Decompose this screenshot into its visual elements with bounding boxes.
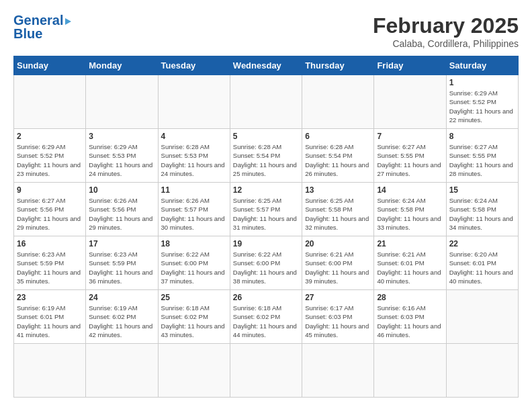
day-info: Sunrise: 6:25 AMSunset: 5:57 PMDaylight:… bbox=[233, 196, 299, 232]
table-row: 16 Sunrise: 6:23 AMSunset: 5:59 PMDaylig… bbox=[14, 236, 86, 290]
empty-cell bbox=[302, 344, 374, 398]
table-row: 8 Sunrise: 6:27 AMSunset: 5:55 PMDayligh… bbox=[446, 129, 518, 183]
day-info: Sunrise: 6:18 AMSunset: 6:02 PMDaylight:… bbox=[233, 304, 299, 339]
day-number: 14 bbox=[377, 185, 443, 195]
day-info: Sunrise: 6:27 AMSunset: 5:55 PMDaylight:… bbox=[449, 142, 515, 178]
day-number: 4 bbox=[161, 132, 227, 141]
table-row: 13 Sunrise: 6:25 AMSunset: 5:58 PMDaylig… bbox=[302, 183, 374, 236]
day-info: Sunrise: 6:22 AMSunset: 6:00 PMDaylight:… bbox=[161, 250, 227, 285]
page-title: February 2025 bbox=[373, 13, 519, 38]
day-info: Sunrise: 6:28 AMSunset: 5:54 PMDaylight:… bbox=[233, 142, 299, 178]
calendar-header-row: Sunday Monday Tuesday Wednesday Thursday… bbox=[14, 56, 519, 75]
header-saturday: Saturday bbox=[446, 56, 518, 75]
header-tuesday: Tuesday bbox=[158, 56, 230, 75]
empty-cell bbox=[302, 75, 374, 129]
day-number: 5 bbox=[233, 132, 299, 141]
table-row: 9 Sunrise: 6:27 AMSunset: 5:56 PMDayligh… bbox=[14, 183, 86, 236]
day-number: 28 bbox=[377, 293, 443, 302]
day-info: Sunrise: 6:21 AMSunset: 6:01 PMDaylight:… bbox=[377, 250, 443, 285]
table-row: 15 Sunrise: 6:24 AMSunset: 5:58 PMDaylig… bbox=[446, 183, 518, 236]
day-info: Sunrise: 6:26 AMSunset: 5:57 PMDaylight:… bbox=[161, 196, 227, 232]
day-number: 22 bbox=[449, 239, 515, 248]
day-number: 21 bbox=[377, 239, 443, 248]
logo: General Blue bbox=[13, 13, 71, 40]
logo-general: General bbox=[13, 13, 71, 27]
table-row: 24 Sunrise: 6:19 AMSunset: 6:02 PMDaylig… bbox=[86, 290, 158, 344]
table-row: 21 Sunrise: 6:21 AMSunset: 6:01 PMDaylig… bbox=[374, 236, 446, 290]
empty-cell bbox=[14, 344, 86, 398]
day-info: Sunrise: 6:28 AMSunset: 5:53 PMDaylight:… bbox=[161, 142, 227, 178]
calendar-table: Sunday Monday Tuesday Wednesday Thursday… bbox=[13, 56, 519, 398]
table-row: 2 Sunrise: 6:29 AMSunset: 5:52 PMDayligh… bbox=[14, 129, 86, 183]
table-row: 5 Sunrise: 6:28 AMSunset: 5:54 PMDayligh… bbox=[230, 129, 302, 183]
day-number: 10 bbox=[89, 185, 154, 195]
empty-cell bbox=[86, 344, 158, 398]
day-number: 8 bbox=[449, 132, 515, 141]
day-info: Sunrise: 6:19 AMSunset: 6:02 PMDaylight:… bbox=[89, 304, 154, 339]
empty-cell bbox=[230, 75, 302, 129]
day-number: 26 bbox=[233, 293, 299, 302]
table-row: 25 Sunrise: 6:18 AMSunset: 6:02 PMDaylig… bbox=[158, 290, 230, 344]
table-row: 22 Sunrise: 6:20 AMSunset: 6:01 PMDaylig… bbox=[446, 236, 518, 290]
header-monday: Monday bbox=[86, 56, 158, 75]
empty-cell bbox=[86, 75, 158, 129]
page-subtitle: Calaba, Cordillera, Philippines bbox=[373, 38, 519, 49]
calendar-row: 23 Sunrise: 6:19 AMSunset: 6:01 PMDaylig… bbox=[14, 290, 519, 344]
empty-cell bbox=[374, 75, 446, 129]
day-number: 23 bbox=[17, 293, 83, 302]
day-info: Sunrise: 6:17 AMSunset: 6:03 PMDaylight:… bbox=[305, 304, 371, 339]
day-info: Sunrise: 6:29 AMSunset: 5:52 PMDaylight:… bbox=[17, 142, 83, 178]
table-row: 23 Sunrise: 6:19 AMSunset: 6:01 PMDaylig… bbox=[14, 290, 86, 344]
empty-cell bbox=[446, 290, 518, 344]
day-info: Sunrise: 6:16 AMSunset: 6:03 PMDaylight:… bbox=[377, 304, 443, 339]
calendar-row: 16 Sunrise: 6:23 AMSunset: 5:59 PMDaylig… bbox=[14, 236, 519, 290]
table-row: 17 Sunrise: 6:23 AMSunset: 5:59 PMDaylig… bbox=[86, 236, 158, 290]
day-info: Sunrise: 6:18 AMSunset: 6:02 PMDaylight:… bbox=[161, 304, 227, 339]
logo-blue: Blue bbox=[13, 27, 71, 40]
day-number: 24 bbox=[89, 293, 154, 302]
day-info: Sunrise: 6:29 AMSunset: 5:53 PMDaylight:… bbox=[89, 142, 154, 178]
day-info: Sunrise: 6:28 AMSunset: 5:54 PMDaylight:… bbox=[305, 142, 371, 178]
day-number: 11 bbox=[161, 185, 227, 195]
day-info: Sunrise: 6:29 AMSunset: 5:52 PMDaylight:… bbox=[449, 89, 515, 124]
day-number: 7 bbox=[377, 132, 443, 141]
empty-cell bbox=[158, 75, 230, 129]
logo-arrow-icon bbox=[65, 18, 71, 25]
table-row: 1 Sunrise: 6:29 AMSunset: 5:52 PMDayligh… bbox=[446, 75, 518, 129]
day-info: Sunrise: 6:23 AMSunset: 5:59 PMDaylight:… bbox=[17, 250, 83, 285]
empty-cell bbox=[14, 75, 86, 129]
header-thursday: Thursday bbox=[302, 56, 374, 75]
day-info: Sunrise: 6:27 AMSunset: 5:56 PMDaylight:… bbox=[17, 196, 83, 232]
calendar-row bbox=[14, 344, 519, 398]
day-info: Sunrise: 6:26 AMSunset: 5:56 PMDaylight:… bbox=[89, 196, 154, 232]
day-number: 17 bbox=[89, 239, 154, 248]
day-info: Sunrise: 6:24 AMSunset: 5:58 PMDaylight:… bbox=[449, 196, 515, 232]
table-row: 12 Sunrise: 6:25 AMSunset: 5:57 PMDaylig… bbox=[230, 183, 302, 236]
header-sunday: Sunday bbox=[14, 56, 86, 75]
table-row: 7 Sunrise: 6:27 AMSunset: 5:55 PMDayligh… bbox=[374, 129, 446, 183]
table-row: 20 Sunrise: 6:21 AMSunset: 6:00 PMDaylig… bbox=[302, 236, 374, 290]
empty-cell bbox=[374, 344, 446, 398]
day-info: Sunrise: 6:20 AMSunset: 6:01 PMDaylight:… bbox=[449, 250, 515, 285]
day-number: 19 bbox=[233, 239, 299, 248]
day-number: 12 bbox=[233, 185, 299, 195]
table-row: 10 Sunrise: 6:26 AMSunset: 5:56 PMDaylig… bbox=[86, 183, 158, 236]
day-number: 15 bbox=[449, 185, 515, 195]
header-friday: Friday bbox=[374, 56, 446, 75]
day-number: 2 bbox=[17, 132, 83, 141]
day-info: Sunrise: 6:21 AMSunset: 6:00 PMDaylight:… bbox=[305, 250, 371, 285]
day-info: Sunrise: 6:24 AMSunset: 5:58 PMDaylight:… bbox=[377, 196, 443, 232]
day-number: 18 bbox=[161, 239, 227, 248]
empty-cell bbox=[446, 344, 518, 398]
table-row: 3 Sunrise: 6:29 AMSunset: 5:53 PMDayligh… bbox=[86, 129, 158, 183]
table-row: 28 Sunrise: 6:16 AMSunset: 6:03 PMDaylig… bbox=[374, 290, 446, 344]
day-number: 27 bbox=[305, 293, 371, 302]
table-row: 11 Sunrise: 6:26 AMSunset: 5:57 PMDaylig… bbox=[158, 183, 230, 236]
table-row: 26 Sunrise: 6:18 AMSunset: 6:02 PMDaylig… bbox=[230, 290, 302, 344]
header-wednesday: Wednesday bbox=[230, 56, 302, 75]
calendar-row: 2 Sunrise: 6:29 AMSunset: 5:52 PMDayligh… bbox=[14, 129, 519, 183]
day-info: Sunrise: 6:19 AMSunset: 6:01 PMDaylight:… bbox=[17, 304, 83, 339]
day-info: Sunrise: 6:25 AMSunset: 5:58 PMDaylight:… bbox=[305, 196, 371, 232]
calendar-row: 9 Sunrise: 6:27 AMSunset: 5:56 PMDayligh… bbox=[14, 183, 519, 236]
day-number: 6 bbox=[305, 132, 371, 141]
